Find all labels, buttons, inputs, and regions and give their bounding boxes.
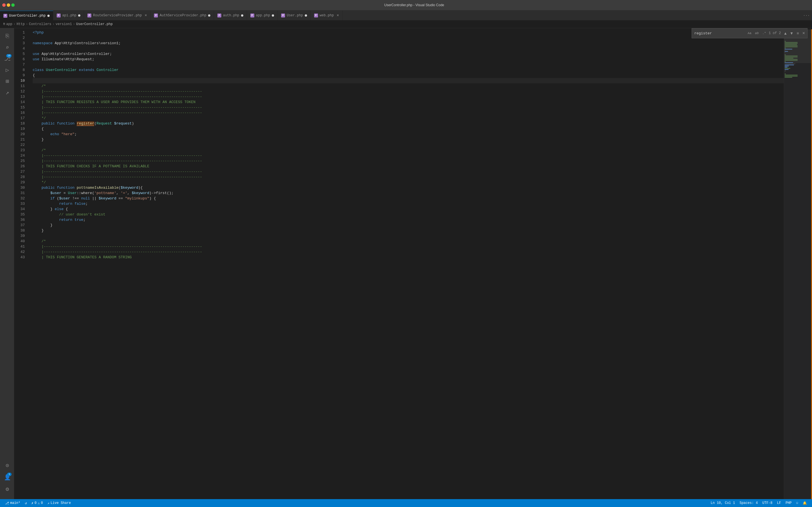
explorer-icon[interactable]: ⎘ (1, 31, 13, 42)
code-line: use Illuminate\Http\Request; (33, 57, 784, 62)
line-number: 11 (14, 83, 25, 89)
code-line: echo "here"; (33, 131, 784, 137)
find-widget: Aa ab .* 1 of 2 ▲ ▼ ≡ × (692, 28, 808, 38)
extensions-icon[interactable]: ⊞ (1, 75, 13, 87)
line-number: 39 (14, 233, 25, 238)
breadcrumb-separator: › (26, 22, 28, 26)
tab-file-icon: P (154, 13, 158, 17)
maximize-button[interactable] (11, 3, 15, 7)
tab-tab-routeservice[interactable]: PRouteServiceProvider.php× (84, 11, 151, 20)
feedback-item[interactable]: ☺ (794, 501, 801, 505)
code-line: /* (33, 83, 784, 89)
settings-icon[interactable]: ⚙ (1, 483, 13, 495)
errors-item[interactable]: ✗ 0 ⚠ 0 (29, 499, 45, 507)
spaces-item[interactable]: Spaces: 4 (737, 501, 760, 505)
breadcrumb-part[interactable]: app (6, 22, 12, 26)
tab-modified-indicator (78, 14, 80, 17)
match-word-label: ab (755, 32, 759, 35)
use-regex-button[interactable]: .* (761, 31, 767, 36)
close-find-button[interactable]: × (802, 31, 805, 36)
liveshare-icon[interactable]: ↗ (1, 87, 13, 98)
toggle-replace-button[interactable]: ≡ (795, 31, 801, 36)
line-number: 35 (14, 212, 25, 217)
tab-file-icon: P (250, 13, 254, 17)
minimize-button[interactable] (7, 3, 10, 7)
breadcrumb-part[interactable]: Http (17, 22, 25, 26)
breadcrumb-separator: › (52, 22, 54, 26)
code-line: /* (33, 148, 784, 153)
account-icon[interactable]: 👤1 (1, 471, 13, 483)
line-number: 28 (14, 174, 25, 180)
prev-match-button[interactable]: ▲ (783, 31, 788, 36)
tab-tab-user[interactable]: PUser.php (278, 11, 311, 20)
tab-tab-authservice[interactable]: PAuthServiceProvider.php (151, 11, 214, 20)
position-item[interactable]: Ln 10, Col 1 (709, 501, 737, 505)
tab-tab-api[interactable]: Papi.php (53, 11, 84, 20)
git-branch-item[interactable]: ⎇ main* (3, 499, 22, 507)
sync-icon: ↺ (25, 501, 27, 505)
line-ending-item[interactable]: LF (775, 501, 783, 505)
error-count: 0 (35, 501, 36, 505)
minimap-line (784, 70, 786, 71)
tab-tab-usercontroller[interactable]: PUserController.php (0, 11, 53, 20)
line-number: 2 (14, 35, 25, 41)
source-control-icon[interactable]: ⎇10 (1, 53, 13, 64)
run-icon[interactable]: ▷ (1, 64, 13, 75)
window-controls[interactable] (2, 3, 15, 7)
breadcrumb-part[interactable]: Controllers (29, 22, 51, 26)
search-icon[interactable]: ⌕ (1, 42, 13, 53)
line-number: 16 (14, 110, 25, 115)
feedback-icon: ☺ (796, 501, 798, 505)
tab-overflow-button[interactable]: ··· (801, 11, 812, 20)
line-number: 26 (14, 164, 25, 169)
tab-label: app.php (256, 13, 270, 17)
breadcrumb-separator: › (73, 22, 75, 26)
minimap-line (784, 71, 785, 72)
minimap-line (784, 75, 798, 75)
match-case-button[interactable]: Aa (747, 31, 752, 36)
code-line: namespace App\Http\Controllers\version1; (33, 41, 784, 46)
line-number: 36 (14, 217, 25, 223)
editor-area: Aa ab .* 1 of 2 ▲ ▼ ≡ × 1234567891011121… (14, 28, 812, 499)
tab-tab-web[interactable]: Pweb.php× (311, 11, 343, 20)
code-line: |---------------------------------------… (33, 158, 784, 164)
line-number: 25 (14, 158, 25, 164)
sync-item[interactable]: ↺ (22, 499, 29, 507)
match-word-button[interactable]: ab (754, 31, 760, 36)
minimap[interactable] (784, 29, 812, 499)
encoding-item[interactable]: UTF-8 (760, 501, 775, 505)
line-numbers: 1234567891011121314151617181920212223242… (14, 29, 28, 499)
line-number: 15 (14, 105, 25, 110)
tab-file-icon: P (3, 14, 7, 18)
line-number: 32 (14, 196, 25, 201)
tab-modified-indicator (208, 14, 210, 17)
line-number: 20 (14, 131, 25, 137)
close-button[interactable] (2, 3, 6, 7)
code-editor[interactable]: 1234567891011121314151617181920212223242… (14, 28, 812, 499)
line-number: 41 (14, 244, 25, 249)
remote-icon[interactable]: ⊙ (1, 460, 13, 471)
breadcrumb-part[interactable]: UserController.php (76, 22, 113, 26)
line-number: 4 (14, 46, 25, 51)
tab-tab-auth[interactable]: Pauth.php (214, 11, 247, 20)
code-line (33, 142, 784, 148)
language-item[interactable]: PHP (783, 501, 794, 505)
tab-close-button[interactable]: × (337, 13, 339, 17)
code-line (33, 233, 784, 238)
minimap-line (784, 69, 789, 70)
code-line: public function pottnameIsAvailable($key… (33, 185, 784, 190)
breadcrumb-part[interactable]: version1 (56, 22, 72, 26)
notifications-item[interactable]: 🔔 (801, 501, 809, 505)
next-match-button[interactable]: ▼ (789, 31, 795, 36)
tab-close-button[interactable]: × (145, 13, 147, 17)
tab-tab-app[interactable]: Papp.php (247, 11, 278, 20)
tab-modified-indicator (47, 15, 50, 17)
find-input[interactable] (694, 31, 745, 36)
code-content[interactable]: <?php namespace App\Http\Controllers\ver… (28, 29, 784, 499)
minimap-line (784, 68, 790, 69)
code-line: */ (33, 180, 784, 185)
liveshare-item[interactable]: ↗ Live Share (45, 499, 73, 507)
warning-icon: ⚠ (38, 501, 40, 505)
line-number: 37 (14, 223, 25, 228)
tab-label: auth.php (223, 13, 239, 17)
